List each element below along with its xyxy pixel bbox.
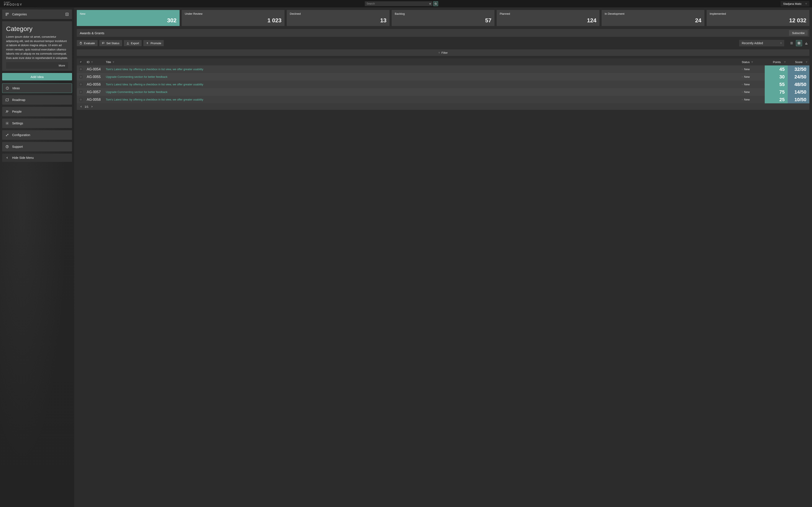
section-header: Awards & Grants Subscribe (77, 29, 809, 37)
status-card[interactable]: Implemented12 032 (707, 10, 809, 26)
category-description: Lorem ipsum dolor sit amet, consectetur … (6, 35, 68, 60)
svg-point-14 (7, 123, 8, 124)
row-title[interactable]: Tom's Latest Idea: by offering a checkbo… (104, 80, 740, 88)
main-content: New302Under Review1 023Declined13Backlog… (74, 7, 812, 507)
row-points: 55 (765, 80, 788, 88)
row-status: ○New (740, 73, 765, 80)
hide-sidebar-button[interactable]: Hide Side Menu (2, 154, 72, 162)
col-title[interactable]: Title▽ (104, 58, 740, 65)
row-title[interactable]: Tom's Latest Idea: by offering a checkbo… (104, 65, 740, 73)
svg-point-0 (435, 3, 436, 4)
status-cards: New302Under Review1 023Declined13Backlog… (77, 10, 809, 26)
export-button[interactable]: Export (124, 40, 142, 46)
add-idea-button[interactable]: Add Idea (2, 73, 72, 80)
user-menu[interactable]: Sladjana Matic ▽ (780, 1, 809, 6)
row-title[interactable]: Upgrade Commenting section for better fe… (104, 88, 740, 96)
status-card[interactable]: Declined13 (287, 10, 390, 26)
row-checkbox[interactable] (77, 88, 85, 96)
roadmap-icon (5, 98, 9, 102)
row-id: AG-0055 (85, 73, 104, 80)
card-label: Under Review (185, 12, 282, 15)
grid-view-button[interactable] (796, 40, 802, 46)
col-points[interactable]: Points▽ (765, 58, 788, 65)
row-checkbox[interactable] (77, 65, 85, 73)
plus-square-icon (65, 12, 69, 16)
svg-rect-2 (6, 13, 7, 14)
col-id[interactable]: ID▽ (85, 58, 104, 65)
search-button[interactable] (433, 1, 438, 6)
sort-dropdown[interactable]: Recently Added ▽ (739, 40, 784, 46)
add-category-button[interactable] (65, 12, 69, 16)
card-value: 24 (605, 17, 701, 24)
status-card[interactable]: In Development24 (602, 10, 704, 26)
sort-icon: ▽ (806, 61, 807, 63)
filter-label: Filter (442, 51, 448, 54)
evaluate-button[interactable]: Evaluate (77, 40, 98, 46)
category-title: Category (6, 25, 68, 33)
sidebar-item-roadmap[interactable]: Roadmap (2, 95, 72, 105)
sidebar-item-support[interactable]: Support (2, 142, 72, 152)
set-status-label: Set Status (106, 42, 119, 45)
export-icon (126, 42, 129, 45)
favorite-button[interactable]: ★ (428, 1, 433, 6)
col-score[interactable]: Score▽ (788, 58, 809, 65)
sidebar-item-categories[interactable]: Categories (2, 9, 72, 19)
table-row: AG-0056Tom's Latest Idea: by offering a … (77, 80, 809, 88)
select-all-checkbox[interactable] (77, 58, 85, 65)
row-title[interactable]: Tom's Latest Idea: by offering a checkbo… (104, 96, 740, 103)
card-value: 124 (500, 17, 597, 24)
logo: PLANET PRODIGY (4, 2, 22, 6)
svg-rect-25 (798, 42, 799, 43)
svg-point-10 (7, 89, 8, 89)
card-label: Implemented (710, 12, 806, 15)
sidebar-item-settings[interactable]: Settings (2, 118, 72, 128)
set-status-button[interactable]: Set Status (99, 40, 122, 46)
next-page-button[interactable] (91, 105, 93, 108)
row-checkbox[interactable] (77, 80, 85, 88)
list-view-button[interactable] (789, 40, 795, 46)
row-score: 10/50 (788, 96, 809, 103)
subscribe-button[interactable]: Subscribe (789, 30, 808, 36)
sidebar-item-label: Support (12, 145, 23, 149)
sidebar-item-people[interactable]: People (2, 107, 72, 116)
row-score: 14/50 (788, 88, 809, 96)
chevron-left-icon (5, 156, 9, 159)
svg-rect-19 (102, 42, 104, 43)
configuration-icon (5, 133, 9, 137)
status-card[interactable]: Planned124 (497, 10, 600, 26)
promote-icon (146, 42, 149, 45)
pager: 1/1 (77, 103, 809, 110)
table-row: AG-0057Upgrade Commenting section for be… (77, 88, 809, 96)
category-more-button[interactable]: More (6, 62, 68, 69)
chevron-down-icon: ▽ (806, 3, 807, 5)
chart-view-button[interactable] (803, 40, 809, 46)
search-input[interactable] (365, 1, 428, 6)
row-id: AG-0058 (85, 96, 104, 103)
promote-button[interactable]: Promote (143, 40, 164, 46)
card-label: Backlog (395, 12, 492, 15)
svg-rect-4 (6, 14, 7, 16)
svg-rect-26 (799, 42, 800, 43)
topbar: PLANET PRODIGY ★ Sladjana Matic ▽ (0, 0, 812, 7)
card-label: In Development (605, 12, 701, 15)
svg-point-12 (6, 111, 7, 111)
row-checkbox[interactable] (77, 73, 85, 80)
card-label: New (80, 12, 176, 15)
view-toggle (789, 40, 809, 46)
filter-bar[interactable]: ▽ Filter (77, 49, 809, 56)
svg-rect-3 (7, 13, 8, 14)
row-checkbox[interactable] (77, 96, 85, 103)
toolbar: Evaluate Set Status Export Promote Recen… (77, 40, 809, 46)
sidebar-item-ideas[interactable]: Ideas (2, 83, 72, 93)
status-card[interactable]: New302 (77, 10, 180, 26)
row-title[interactable]: Upgrade Commenting section for better fe… (104, 73, 740, 80)
status-card[interactable]: Backlog57 (392, 10, 495, 26)
status-card[interactable]: Under Review1 023 (182, 10, 285, 26)
row-id: AG-0054 (85, 65, 104, 73)
sidebar-item-configuration[interactable]: Configuration (2, 130, 72, 140)
sort-icon: ▽ (113, 61, 114, 63)
prev-page-button[interactable] (80, 105, 83, 108)
svg-point-16 (7, 147, 7, 148)
sort-label: Recently Added (742, 41, 763, 45)
col-status[interactable]: Status▽ (740, 58, 765, 65)
